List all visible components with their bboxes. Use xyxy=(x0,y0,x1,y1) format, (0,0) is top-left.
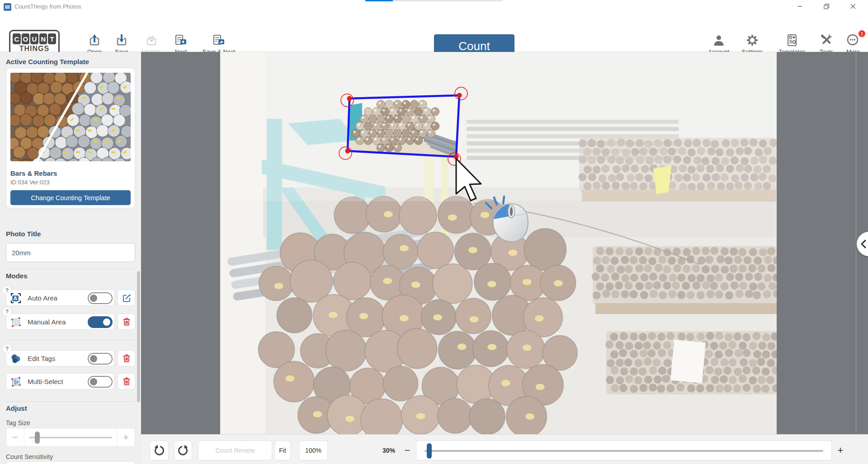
auto-area-icon: A xyxy=(10,293,21,304)
active-template-heading: Active Counting Template xyxy=(6,58,89,66)
photo-title-input[interactable] xyxy=(6,243,135,262)
chevron-left-icon xyxy=(860,239,867,249)
count-sensitivity-label: Count Sensitivity xyxy=(6,453,53,460)
close-button[interactable] xyxy=(845,0,861,13)
edit-tags-icon xyxy=(10,353,21,364)
edit-tags-help-badge[interactable]: ? xyxy=(2,344,12,353)
next-icon xyxy=(168,32,193,47)
trash-icon xyxy=(122,317,132,327)
template-name: Bars & Rebars xyxy=(10,169,57,177)
update-icon xyxy=(139,32,164,47)
rotate-ccw-icon xyxy=(153,445,165,456)
account-icon xyxy=(705,32,732,47)
manual-area-icon xyxy=(10,317,21,328)
zoom-slider-track[interactable] xyxy=(425,450,823,452)
tag-size-plus-button[interactable]: + xyxy=(117,428,135,446)
divider xyxy=(6,401,135,402)
trash-icon xyxy=(122,353,132,363)
minimize-button[interactable] xyxy=(792,0,807,13)
edit-tags-toggle[interactable] xyxy=(88,353,113,365)
auto-area-toggle[interactable] xyxy=(88,292,113,304)
count-sensitivity-slider-partial xyxy=(6,461,135,464)
tools-icon xyxy=(813,32,840,47)
collapsed-panel-divider xyxy=(856,52,856,434)
mode-row-edit-tags[interactable]: Edit Tags xyxy=(6,350,114,366)
more-icon: ! xyxy=(840,32,867,47)
rotate-ccw-button[interactable] xyxy=(150,441,169,460)
logo-count-tiles: COUNT xyxy=(13,33,56,44)
photo-title-heading: Photo Title xyxy=(6,230,41,238)
window-title: CountThings from Photos xyxy=(14,0,81,14)
sidebar-scrollbar-thumb[interactable] xyxy=(137,271,140,402)
mode-row-auto-area[interactable]: A Auto Area xyxy=(6,290,114,306)
save-and-next-icon xyxy=(198,32,240,47)
app-window: CountThings from Photos COUNT THINGS Ope… xyxy=(0,0,868,464)
selection-handle[interactable] xyxy=(457,93,462,98)
template-meta: ID:034 Ver:023 xyxy=(10,179,50,186)
rotate-cw-icon xyxy=(177,445,189,456)
open-icon xyxy=(82,32,107,47)
zoom-in-button[interactable]: + xyxy=(835,441,846,460)
auto-area-edit-button[interactable] xyxy=(118,290,135,306)
close-icon xyxy=(850,4,856,9)
photo-image[interactable] xyxy=(220,52,777,434)
template-card[interactable] xyxy=(6,68,135,208)
tag-size-minus-button[interactable]: − xyxy=(6,428,24,446)
zoom-slider-thumb[interactable] xyxy=(427,443,432,459)
templates-icon xyxy=(778,32,806,47)
left-sidebar: Active Counting Template Bars & Rebars I… xyxy=(0,52,141,464)
settings-gear-icon xyxy=(739,32,766,47)
more-alert-badge: ! xyxy=(858,30,866,37)
auto-area-help-badge[interactable]: ? xyxy=(2,286,12,295)
manual-area-help-badge[interactable]: ? xyxy=(2,307,12,316)
tag-size-thumb[interactable] xyxy=(35,431,40,444)
mode-row-manual-area[interactable]: Manual Area xyxy=(6,314,114,330)
minimize-icon xyxy=(797,4,802,9)
multi-select-icon xyxy=(10,376,21,387)
multi-select-toggle[interactable] xyxy=(88,376,113,388)
restore-button[interactable] xyxy=(819,0,834,13)
zoom-100-button[interactable]: 100% xyxy=(299,441,328,460)
edit-pencil-icon xyxy=(122,293,132,303)
change-template-button[interactable]: Change Counting Template xyxy=(10,190,131,205)
tag-size-slider: − + xyxy=(6,428,135,447)
save-icon xyxy=(109,32,134,47)
selection-handle[interactable] xyxy=(345,149,350,154)
divider xyxy=(6,268,135,269)
template-thumbnail xyxy=(10,73,131,161)
main-toolbar: COUNT THINGS Open Save Update Next xyxy=(0,14,868,52)
tag-size-label: Tag Size xyxy=(6,419,30,427)
edit-tags-delete-button[interactable] xyxy=(118,350,135,366)
sidebar-scrollbar xyxy=(137,52,140,464)
app-icon xyxy=(4,3,11,11)
fit-button[interactable]: Fit xyxy=(274,441,291,460)
mode-row-multi-select[interactable]: Multi-Select xyxy=(6,373,114,389)
svg-text:A: A xyxy=(14,295,17,301)
top-progress-bar xyxy=(365,0,503,1)
bottom-bar: Count Review Fit 100% 30% − + xyxy=(141,434,868,464)
trash-icon xyxy=(122,376,132,386)
modes-heading: Modes xyxy=(6,272,28,280)
divider xyxy=(6,340,135,340)
multi-select-delete-button[interactable] xyxy=(118,373,135,389)
zoom-value: 30% xyxy=(368,441,395,460)
zoom-slider xyxy=(416,441,832,460)
count-review-button[interactable]: Count Review xyxy=(198,441,272,460)
manual-area-toggle[interactable] xyxy=(88,316,113,328)
rotate-cw-button[interactable] xyxy=(174,441,192,460)
tag-size-track[interactable] xyxy=(29,437,112,438)
zoom-out-button[interactable]: − xyxy=(401,441,413,460)
adjust-heading: Adjust xyxy=(6,404,27,412)
title-bar: CountThings from Photos xyxy=(0,0,868,14)
photo-canvas[interactable] xyxy=(141,52,868,434)
manual-area-delete-button[interactable] xyxy=(118,314,135,330)
selection-handle[interactable] xyxy=(347,96,352,101)
restore-icon xyxy=(824,4,830,9)
